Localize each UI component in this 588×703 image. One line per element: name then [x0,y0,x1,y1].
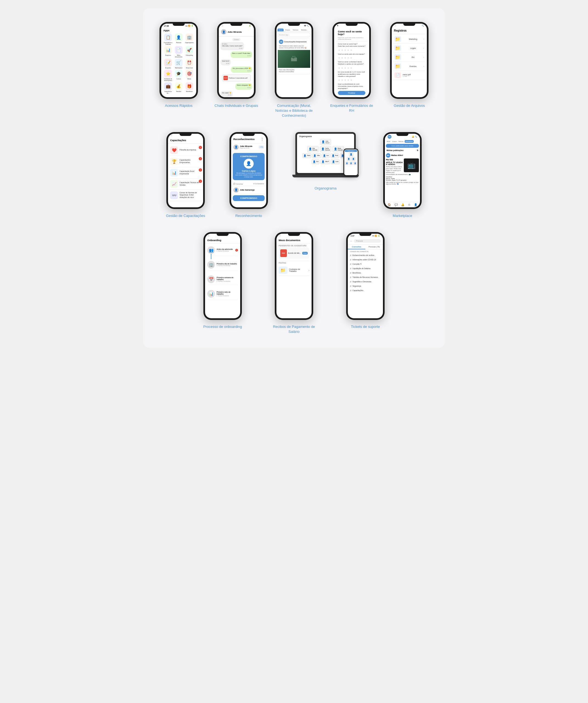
status-icons: ▪▪▪ 📶 🔋 [372,235,380,237]
folder-icon: 📁 [395,54,401,60]
phone-wrapper-reconhecimento: Reconhecimentos ⋮ 👤 João Miranda Hoje às… [230,132,268,209]
chevron-icon: › [423,65,424,68]
app-item[interactable]: 🛒Marketplace [174,59,184,69]
training-header: Capacitações [168,137,203,144]
phone-item-capacitacoes: ← Capacitações ❤️ Filosofia da empresa 1 [158,132,213,218]
channel-beneficios[interactable]: # Benefícios [350,271,381,275]
create-listing-button[interactable]: Criar publicações para vender [386,144,419,148]
stars-3[interactable]: ★★★★★ [338,67,365,70]
channel-sugestoes[interactable]: # Sugestões e Denúncias [350,280,381,284]
stars-1[interactable]: ★★★★★ [338,49,365,52]
org-node: 👤Sofia [312,153,321,158]
file-item-eventos[interactable]: 📁 Eventos › [392,62,426,71]
onboard-item-3[interactable]: 📅 Primeira semana de trabalho 2 Tarefas … [207,274,238,285]
phone-notch [230,24,242,26]
tab-mural[interactable]: Mural [386,140,391,143]
app-item[interactable]: 💼Experiência do... [163,82,173,94]
phone-screen-tickets: 1:17 ▪▪▪ 📶 🔋 ← Procurar Consultas Pessoa… [348,234,383,318]
app-item[interactable]: 🎁Benefícios [184,82,194,94]
app-item[interactable]: 📊Registros [163,46,173,58]
app-item[interactable]: 🏢Organograma [184,33,194,45]
phone-item-comunicacao: ⚙ 🔍 Mural Grupos Notícias Marketp... Esc… [269,22,319,119]
app-item[interactable]: ⏰Tempo livre [184,59,194,69]
app-grid: 📋Formulários e Triâmites 👤Pessoas 🏢Organ… [162,33,195,94]
onboard-header: Onboarding [205,237,240,244]
profile-nav-icon[interactable]: 👤 [414,203,417,206]
recog-person-2: 👤 João Samanego [231,186,266,194]
onboard-step-1: 👥 Antes da admissão 1 Tarefa Pendente 1 [207,245,238,256]
tab-marketplace[interactable]: Marketp... [300,28,309,31]
app-item[interactable]: 📝Enquetes [163,59,173,69]
app-item[interactable]: 🎯Metas [184,70,194,81]
training-icon: 📊 [170,169,178,176]
training-item-2[interactable]: 🏆 Capacitações Empresariais 1 [169,156,202,167]
stars-4[interactable]: ★★★★★ [338,79,365,82]
contact-name: João Miranda [228,31,242,33]
tab-pessoas[interactable]: Pessoas (78) [365,245,383,249]
tab-noticias[interactable]: Notícias [398,140,404,143]
app-item[interactable]: 📋Formulários e Triâmites [163,33,173,45]
status-time: 1:17 [350,235,354,237]
onboard-item-2[interactable]: 🏢 Primeiro dia de trabalho 3 Tarefas Pen… [207,259,238,270]
channel-covid[interactable]: # Informações sobre COVID-19 [350,257,381,262]
recog-person: 👤 João Miranda Hoje às 14:00 +70 [231,143,266,151]
onboard-item[interactable]: 👥 Antes da admissão 1 Tarefa Pendente 1 [207,245,238,256]
app-item[interactable]: 🚀Onboarding [184,46,194,58]
channel-esclarecimentos[interactable]: # Esclarecimentos de recibos [350,253,381,257]
doc-name: Políticas Corporativas.pdf [229,77,247,79]
stars-2[interactable]: ★★★★★ [338,56,365,59]
search-input[interactable]: Procurar [354,239,381,243]
phone-item-chats: ← 🔋 👤 João Miranda Ontem [212,22,261,119]
chat-avatar: 👤 [221,29,227,34]
tab-noticias[interactable]: Notícias [292,28,300,31]
file-item-pdf[interactable]: 📄 menu.pdf 1,5 MB [392,71,426,80]
folder-icon: 📁 [395,45,401,51]
tab-grupos[interactable]: Grupos [284,28,291,31]
tab-mural[interactable]: Mural [277,28,283,31]
file-item-marketing[interactable]: 📁 Marketing › [392,34,426,44]
training-item-3[interactable]: 📊 Capacitação Excel empresarial 1 [169,167,202,178]
channel-salarios[interactable]: # Liquidação de Salários [350,266,381,271]
onboard-item-4[interactable]: 📊 Primeiro mês de trabalho 1 Tarefa Pend… [207,288,238,300]
tab-consultas[interactable]: Consultas [348,245,365,249]
tab-grupos[interactable]: Grupos [392,140,398,143]
question-3: Você se sente confortável dando feedback… [338,61,365,65]
support-tabs: Consultas Pessoas (78) [348,245,383,250]
card-name: Carlos López [235,170,262,172]
app-item[interactable]: 📄Meus documentos [174,46,184,58]
training-item-1[interactable]: ❤️ Filosofia da empresa 1 [169,145,202,156]
comment-btn[interactable]: 💬 Comentar [233,183,243,185]
channel-name: Consulta TI [352,263,361,265]
file-item-rh[interactable]: 📁 RH › [392,53,426,62]
phone-wrapper-capacitacoes: ← Capacitações ❤️ Filosofia da empresa 1 [166,132,205,209]
phone-item-arquivos: ← 🔍 Registros 📁 Marketing [385,22,434,119]
home-nav-icon[interactable]: 🏠 [388,203,391,206]
phone-wrapper-acessos-rapidos: 17:48 ▪▪▪ 📶 🔋 Apps 📋Formulários e Triâmi… [160,22,198,99]
chevron-icon: › [423,38,424,41]
file-item-legais[interactable]: 📁 Legais › [392,44,426,53]
training-item-4[interactable]: 📈 Capacitação Técnica em Vendas 1 [169,178,202,190]
app-item[interactable]: 🎓Cursos [174,70,184,81]
org-node: 👤MariaGerente [332,146,344,152]
tab-marketplace[interactable]: Marketplace [405,140,414,143]
channel-seguranca[interactable]: # Segurança [350,284,381,288]
folder-icon: 📁 [395,36,401,42]
post-input[interactable]: Escreva algo... [277,33,311,37]
folder-icon: 📁 [279,267,287,274]
app-item[interactable]: 👤Pessoas [174,33,184,45]
finalizar-button[interactable]: Finalizar [338,91,365,95]
doc-folder[interactable]: 📁 Contratos de Trabalho › [279,265,309,276]
chat-nav-icon[interactable]: 💬 [395,203,398,206]
phone-item-marketplace: HU 🔔 🔍 Mural Grupos Notícias Marketplace… [375,132,430,218]
app-item[interactable]: 💰Recibos [174,82,184,94]
settings-nav-icon[interactable]: ⚙ [408,203,410,206]
chat-bubble-denada: De nada! 👋15:43 [221,91,233,97]
channel-rh[interactable]: # Trâmites de Recursos Humanos [350,275,381,280]
file-info: menu.pdf 1,5 MB [403,74,424,77]
notif-nav-icon[interactable]: 🔔 [401,203,404,206]
channel-capacitacoes[interactable]: # Capacitações [350,288,381,293]
channel-ti[interactable]: # Consulta TI [350,262,381,266]
app-item[interactable]: ⭐Avaliação de desempenho [163,70,173,81]
training-item-5[interactable]: 👓 Cursos de Normas de Segurança: Evitar … [169,190,202,201]
chevron-icon: › [309,269,309,272]
